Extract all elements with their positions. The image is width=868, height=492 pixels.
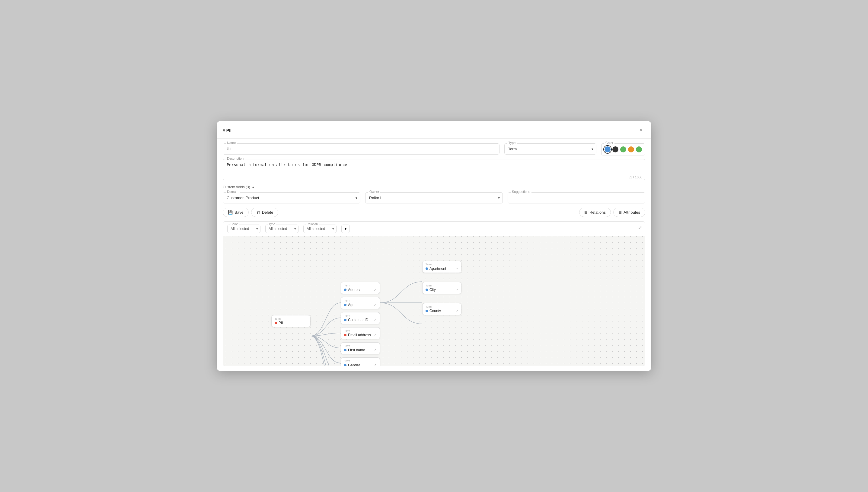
node-email-title: Email address <box>344 333 371 337</box>
node-gender-content: Gender ↗ <box>344 363 377 366</box>
node-county-ext[interactable]: ↗ <box>455 309 458 313</box>
relations-label: Relations <box>590 210 606 215</box>
node-county-label: Term <box>425 305 458 308</box>
node-customerid[interactable]: Term Customer ID ↗ <box>341 312 380 324</box>
node-firstname[interactable]: Term First name ↗ <box>341 342 380 354</box>
node-city-label: Term <box>425 284 458 287</box>
color-picker: ✓ <box>601 143 645 155</box>
custom-fields-label: Custom fields (3) <box>223 185 250 189</box>
delete-button[interactable]: 🗑 Delete <box>251 208 278 217</box>
color-filter-select[interactable]: All selected <box>227 225 261 233</box>
relations-button[interactable]: ⊞ Relations <box>579 208 611 217</box>
description-field-group: Description Personal information attribu… <box>223 159 645 181</box>
action-right: ⊞ Relations ⊞ Attributes <box>579 208 645 217</box>
description-label: Description <box>226 157 245 160</box>
name-label: Name <box>226 141 237 145</box>
node-customerid-dot <box>344 319 346 321</box>
attributes-button[interactable]: ⊞ Attributes <box>613 208 645 217</box>
color-blue[interactable] <box>604 146 611 152</box>
chevron-up-icon: ▲ <box>251 185 255 189</box>
modal-title: # PII <box>223 128 231 133</box>
node-address[interactable]: Term Address ↗ <box>341 282 380 294</box>
char-count: 51 / 1000 <box>628 175 642 179</box>
description-textarea[interactable]: Personal information attributes for GDPR… <box>223 159 645 180</box>
graph-toolbar: Color All selected Type All selected Rel… <box>223 222 645 236</box>
node-pii[interactable]: Term PII <box>271 315 311 327</box>
color-black[interactable] <box>612 146 618 152</box>
node-age-content: Age ↗ <box>344 303 377 307</box>
save-button[interactable]: 💾 Save <box>223 208 249 217</box>
node-pii-label: Term <box>275 317 307 320</box>
action-bar: 💾 Save 🗑 Delete ⊞ Relations ⊞ Attributes <box>223 208 645 217</box>
color-green[interactable] <box>620 146 626 152</box>
modal-header: # PII × <box>217 121 651 139</box>
custom-fields-toggle[interactable]: Custom fields (3) ▲ <box>223 185 645 189</box>
relations-icon: ⊞ <box>584 210 588 215</box>
node-apartment-dot <box>425 267 428 270</box>
node-address-ext[interactable]: ↗ <box>374 288 377 292</box>
save-label: Save <box>234 210 244 215</box>
node-firstname-title: First name <box>344 348 365 352</box>
node-apartment-title: Apartment <box>425 267 446 271</box>
color-orange[interactable] <box>628 146 634 152</box>
filter-toggle-button[interactable]: ▾ <box>341 225 350 233</box>
name-type-color-row: Name Type Term Category Tag Color ✓ <box>223 143 645 155</box>
node-apartment-ext[interactable]: ↗ <box>455 267 458 271</box>
relation-filter-label: Relation <box>306 222 319 226</box>
domain-field-group: Domain Customer, Product <box>223 192 361 203</box>
custom-fields-row: Domain Customer, Product Owner Raiko L S… <box>223 192 645 203</box>
suggestions-field-group: Suggestions <box>507 192 645 203</box>
node-customerid-ext[interactable]: ↗ <box>374 318 377 322</box>
node-firstname-ext[interactable]: ↗ <box>374 348 377 352</box>
name-input[interactable] <box>223 143 499 154</box>
node-city[interactable]: Term City ↗ <box>422 282 462 294</box>
pii-modal: # PII × Name Type Term Category Tag Colo… <box>217 121 651 371</box>
node-gender[interactable]: Term Gender ↗ <box>341 358 380 366</box>
node-firstname-content: First name ↗ <box>344 348 377 352</box>
suggestions-input[interactable] <box>507 192 645 203</box>
owner-label: Owner <box>368 190 380 194</box>
relation-filter-select[interactable]: All selected <box>303 225 337 233</box>
node-age-label: Term <box>344 299 377 302</box>
suggestions-label: Suggestions <box>511 190 531 194</box>
node-age-ext[interactable]: ↗ <box>374 303 377 307</box>
color-check[interactable]: ✓ <box>636 146 642 152</box>
node-age-dot <box>344 304 346 306</box>
node-email-label: Term <box>344 329 377 332</box>
node-apartment-label: Term <box>425 263 458 266</box>
relation-filter: Relation All selected <box>303 225 337 233</box>
close-button[interactable]: × <box>637 126 645 134</box>
node-city-content: City ↗ <box>425 288 458 292</box>
node-address-label: Term <box>344 284 377 287</box>
node-email-ext[interactable]: ↗ <box>374 333 377 337</box>
type-field-group: Type Term Category Tag <box>504 143 597 154</box>
color-label: Color <box>604 141 615 145</box>
node-email-content: Email address ↗ <box>344 333 377 337</box>
node-pii-dot <box>275 322 277 324</box>
node-address-dot <box>344 289 346 291</box>
type-select[interactable]: Term Category Tag <box>504 143 597 154</box>
node-apartment-content: Apartment ↗ <box>425 267 458 271</box>
node-email[interactable]: Term Email address ↗ <box>341 327 380 339</box>
type-filter: Type All selected <box>265 225 298 233</box>
expand-button[interactable]: ⤢ <box>638 225 642 230</box>
node-firstname-label: Term <box>344 344 377 347</box>
description-row: Description Personal information attribu… <box>223 159 645 181</box>
modal-body: Name Type Term Category Tag Color ✓ <box>217 139 651 371</box>
node-firstname-dot <box>344 349 346 351</box>
color-filter: Color All selected <box>227 225 261 233</box>
node-apartment[interactable]: Term Apartment ↗ <box>422 261 462 273</box>
attributes-label: Attributes <box>623 210 640 215</box>
owner-select[interactable]: Raiko L <box>365 192 503 203</box>
domain-select[interactable]: Customer, Product <box>223 192 361 203</box>
domain-label: Domain <box>226 190 240 194</box>
node-gender-ext[interactable]: ↗ <box>374 363 377 366</box>
node-county[interactable]: Term County ↗ <box>422 303 462 315</box>
type-filter-select[interactable]: All selected <box>265 225 298 233</box>
node-customerid-label: Term <box>344 314 377 317</box>
node-gender-label: Term <box>344 360 377 363</box>
node-city-ext[interactable]: ↗ <box>455 288 458 292</box>
delete-icon: 🗑 <box>256 210 260 215</box>
save-icon: 💾 <box>228 210 233 215</box>
node-age[interactable]: Term Age ↗ <box>341 297 380 309</box>
